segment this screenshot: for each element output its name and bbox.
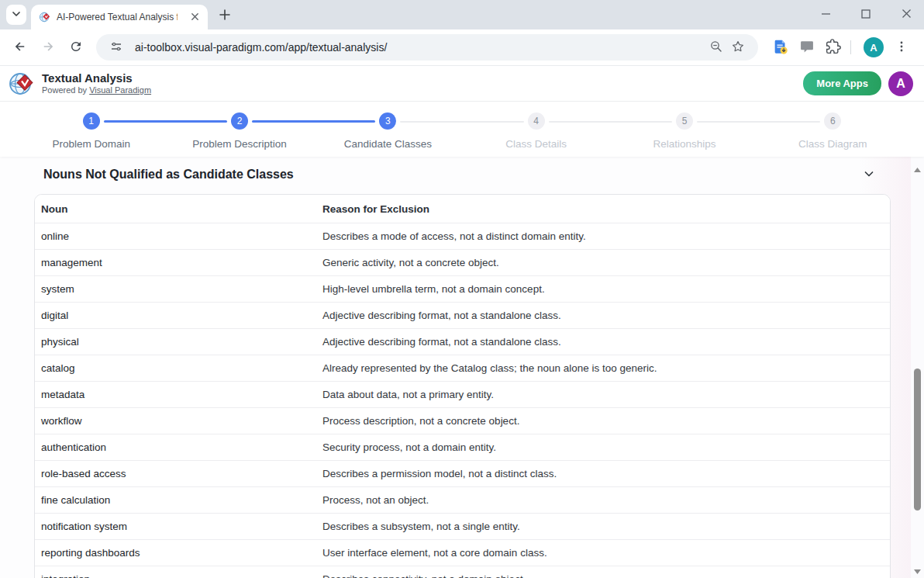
noun-cell: catalog xyxy=(35,355,316,381)
reason-cell: Data about data, not a primary entity. xyxy=(316,382,890,407)
maximize-button[interactable] xyxy=(856,5,876,25)
tab-title: AI-Powered Textual Analysis for xyxy=(57,12,178,22)
url-text[interactable]: ai-toolbox.visual-paradigm.com/app/textu… xyxy=(135,41,705,54)
table-row: workflowProcess description, not a concr… xyxy=(35,408,890,434)
zoom-out-icon xyxy=(709,40,723,56)
tab-list-button[interactable] xyxy=(6,5,26,25)
powered-by-text: Powered by Visual Paradigm xyxy=(42,85,151,95)
section-header: Nouns Not Qualified as Candidate Classes xyxy=(0,157,924,189)
reason-cell: Adjective describing format, not a stand… xyxy=(316,329,890,355)
visual-paradigm-logo-icon xyxy=(8,70,36,98)
browser-tab[interactable]: AI-Powered Textual Analysis for xyxy=(31,5,208,29)
forward-button[interactable] xyxy=(34,33,62,61)
nouns-table: Noun Reason for Exclusion onlineDescribe… xyxy=(34,194,891,578)
puzzle-piece-icon xyxy=(826,39,841,57)
window-controls xyxy=(815,0,916,29)
stepper-step-class-details[interactable]: 4Class Details xyxy=(462,102,610,157)
back-button[interactable] xyxy=(6,33,34,61)
reason-cell: Security process, not a domain entity. xyxy=(316,434,890,460)
stepper-step-class-diagram[interactable]: 6Class Diagram xyxy=(759,102,907,157)
more-apps-button[interactable]: More Apps xyxy=(803,71,881,95)
app-header: Textual Analysis Powered by Visual Parad… xyxy=(0,66,924,102)
address-bar[interactable]: ai-toolbox.visual-paradigm.com/app/textu… xyxy=(96,34,758,61)
site-favicon-icon xyxy=(39,11,51,23)
extensions-button[interactable] xyxy=(820,34,846,61)
app-title: Textual Analysis xyxy=(42,71,151,85)
plus-icon xyxy=(219,9,230,22)
column-header-noun: Noun xyxy=(35,195,316,223)
table-row: integrationDescribes connectivity, not a… xyxy=(35,566,890,578)
reason-cell: Describes a permission model, not a dist… xyxy=(316,461,890,486)
close-icon xyxy=(191,12,199,23)
table-row: systemHigh-level umbrella term, not a do… xyxy=(35,276,890,303)
scroll-down-button[interactable] xyxy=(911,563,924,576)
docs-offline-button[interactable] xyxy=(767,34,794,61)
noun-cell: management xyxy=(35,250,316,275)
forward-arrow-icon xyxy=(41,40,55,56)
bookmark-button[interactable] xyxy=(727,36,749,58)
reason-cell: Process description, not a concrete obje… xyxy=(316,408,890,434)
column-header-reason: Reason for Exclusion xyxy=(316,195,890,223)
noun-cell: role-based access xyxy=(35,461,316,486)
app-user-avatar[interactable]: A xyxy=(888,71,913,96)
table-row: authenticationSecurity process, not a do… xyxy=(35,434,890,461)
close-icon xyxy=(902,9,912,21)
tab-close-button[interactable] xyxy=(188,10,202,24)
avatar-letter: A xyxy=(870,42,877,54)
zoom-indicator-button[interactable] xyxy=(705,36,727,58)
table-row: digitalAdjective describing format, not … xyxy=(35,303,890,329)
noun-cell: integration xyxy=(35,566,316,578)
reason-cell: Describes connectivity, not a domain obj… xyxy=(316,566,890,578)
back-arrow-icon xyxy=(13,40,27,56)
table-row: onlineDescribes a mode of access, not a … xyxy=(35,223,890,250)
maximize-icon xyxy=(861,9,871,21)
app-title-block: Textual Analysis Powered by Visual Parad… xyxy=(42,71,151,95)
step-number: 5 xyxy=(676,112,693,130)
step-number: 1 xyxy=(83,112,100,130)
reason-cell: Generic activity, not a concrete object. xyxy=(316,250,890,275)
kebab-menu-icon xyxy=(895,40,908,55)
scrollbar-thumb[interactable] xyxy=(914,369,921,511)
feedback-button[interactable] xyxy=(794,34,820,61)
triangle-down-icon xyxy=(914,563,921,577)
step-number: 2 xyxy=(231,112,248,130)
tune-icon xyxy=(110,40,122,55)
table-row: reporting dashboardsUser interface eleme… xyxy=(35,540,890,566)
table-row: role-based accessDescribes a permission … xyxy=(35,461,890,487)
noun-cell: reporting dashboards xyxy=(35,540,316,566)
stepper-step-problem-description[interactable]: 2Problem Description xyxy=(165,102,313,157)
noun-cell: notification system xyxy=(35,514,316,539)
reload-icon xyxy=(69,40,83,56)
noun-cell: physical xyxy=(35,329,316,355)
toolbar-divider xyxy=(850,40,851,54)
close-window-button[interactable] xyxy=(896,5,916,25)
browser-profile-avatar[interactable]: A xyxy=(864,37,884,57)
table-row: notification systemDescribes a subsystem… xyxy=(35,514,890,540)
scroll-up-button[interactable] xyxy=(911,161,924,175)
step-number: 6 xyxy=(824,112,841,130)
site-info-button[interactable] xyxy=(105,36,127,58)
stepper-step-candidate-classes[interactable]: 3Candidate Classes xyxy=(314,102,462,157)
minimize-icon xyxy=(821,9,831,21)
noun-cell: system xyxy=(35,276,316,302)
step-number: 4 xyxy=(528,112,545,130)
noun-cell: online xyxy=(35,223,316,249)
minimize-button[interactable] xyxy=(815,5,836,25)
stepper-step-problem-domain[interactable]: 1Problem Domain xyxy=(17,102,165,157)
speech-bubble-icon xyxy=(799,39,815,57)
chevron-down-icon xyxy=(12,9,21,21)
chevron-down-icon xyxy=(864,168,874,182)
reload-button[interactable] xyxy=(62,33,90,61)
reason-cell: Describes a mode of access, not a distin… xyxy=(316,223,890,249)
step-label: Candidate Classes xyxy=(344,138,432,150)
page-scrollbar[interactable] xyxy=(911,157,924,578)
table-row: physicalAdjective describing format, not… xyxy=(35,329,890,355)
step-label: Problem Description xyxy=(192,138,287,150)
visual-paradigm-link[interactable]: Visual Paradigm xyxy=(89,85,151,95)
new-tab-button[interactable] xyxy=(214,5,236,26)
stepper-step-relationships[interactable]: 5Relationships xyxy=(610,102,758,157)
section-collapse-button[interactable] xyxy=(860,166,877,183)
browser-menu-button[interactable] xyxy=(888,34,915,61)
step-number: 3 xyxy=(379,112,396,130)
reason-cell: User interface element, not a core domai… xyxy=(316,540,890,566)
